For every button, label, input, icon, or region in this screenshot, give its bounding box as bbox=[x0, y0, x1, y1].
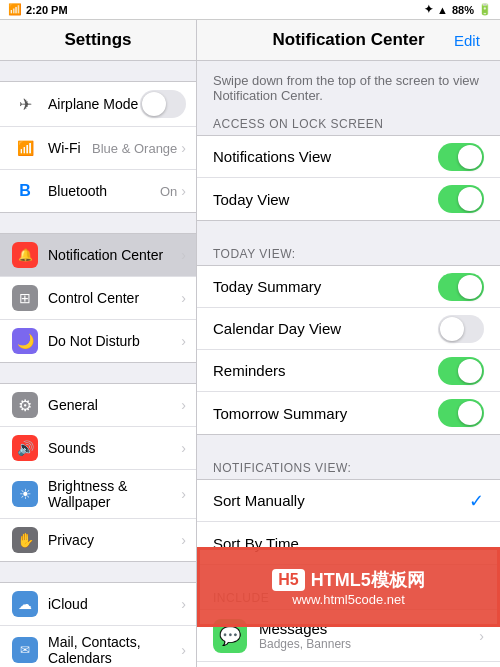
sidebar-item-icloud[interactable]: ☁ iCloud › bbox=[0, 583, 196, 626]
control-chevron: › bbox=[181, 290, 186, 306]
right-panel-title: Notification Center bbox=[243, 30, 454, 50]
section-label-today: TODAY VIEW: bbox=[197, 241, 500, 265]
sidebar-title: Settings bbox=[0, 20, 196, 61]
notifications-view-row: Notifications View bbox=[197, 136, 500, 178]
sidebar-label-bluetooth: Bluetooth bbox=[48, 183, 160, 199]
bluetooth-icon-sidebar: B bbox=[12, 178, 38, 204]
sidebar-item-notification[interactable]: 🔔 Notification Center › bbox=[0, 234, 196, 277]
sidebar-item-brightness[interactable]: ☀ Brightness & Wallpaper › bbox=[0, 470, 196, 519]
bluetooth-value: On bbox=[160, 184, 177, 199]
status-carrier: 📶 bbox=[8, 3, 22, 16]
today-view-toggle[interactable] bbox=[438, 185, 484, 213]
tomorrow-summary-row: Tomorrow Summary bbox=[197, 392, 500, 434]
watermark-line2: www.html5code.net bbox=[292, 592, 405, 607]
sidebar-label-notification: Notification Center bbox=[48, 247, 181, 263]
tomorrow-summary-label: Tomorrow Summary bbox=[213, 405, 438, 422]
today-summary-toggle[interactable] bbox=[438, 273, 484, 301]
battery-icon: 🔋 bbox=[478, 3, 492, 16]
notifications-view-toggle[interactable] bbox=[438, 143, 484, 171]
messages-row-chevron: › bbox=[479, 628, 484, 644]
right-header: Notification Center Edit bbox=[197, 20, 500, 61]
calendar-day-label: Calendar Day View bbox=[213, 320, 438, 337]
sidebar-item-wifi[interactable]: 📶 Wi-Fi Blue & Orange › bbox=[0, 127, 196, 170]
sidebar-label-privacy: Privacy bbox=[48, 532, 181, 548]
watermark-overlay: H5 HTML5模板网 www.html5code.net bbox=[197, 547, 500, 627]
sort-manually-check: ✓ bbox=[469, 490, 484, 512]
icloud-icon: ☁ bbox=[12, 591, 38, 617]
calendar-day-row: Calendar Day View bbox=[197, 308, 500, 350]
mail-icon: ✉ bbox=[12, 637, 38, 663]
tomorrow-summary-toggle[interactable] bbox=[438, 399, 484, 427]
notification-chevron: › bbox=[181, 247, 186, 263]
bluetooth-chevron: › bbox=[181, 183, 186, 199]
notification-icon: 🔔 bbox=[12, 242, 38, 268]
notifications-view-label: Notifications View bbox=[213, 148, 438, 165]
today-view-row: Today View bbox=[197, 178, 500, 220]
privacy-chevron: › bbox=[181, 532, 186, 548]
section-label-lockscreen: ACCESS ON LOCK SCREEN bbox=[197, 111, 500, 135]
sidebar-label-sounds: Sounds bbox=[48, 440, 181, 456]
today-summary-row: Today Summary bbox=[197, 266, 500, 308]
sidebar-label-mail: Mail, Contacts, Calendars bbox=[48, 634, 181, 666]
sidebar-item-privacy[interactable]: ✋ Privacy › bbox=[0, 519, 196, 561]
wifi-value: Blue & Orange bbox=[92, 141, 177, 156]
brightness-chevron: › bbox=[181, 486, 186, 502]
wifi-chevron: › bbox=[181, 140, 186, 156]
sidebar-section-3: ⚙ General › 🔊 Sounds › ☀ Brightness & Wa… bbox=[0, 383, 196, 562]
messages-app-sub: Badges, Banners bbox=[259, 637, 479, 651]
sidebar-label-airplane: Airplane Mode bbox=[48, 96, 140, 112]
sidebar-item-airplane[interactable]: ✈ Airplane Mode bbox=[0, 82, 196, 127]
today-view-group: Today Summary Calendar Day View Reminder… bbox=[197, 265, 500, 435]
status-time: 2:20 PM bbox=[26, 4, 68, 16]
control-icon: ⊞ bbox=[12, 285, 38, 311]
status-bar: 📶 2:20 PM ✦ ▲ 88% 🔋 bbox=[0, 0, 500, 20]
general-icon: ⚙ bbox=[12, 392, 38, 418]
bluetooth-icon: ✦ bbox=[424, 3, 433, 16]
edit-button[interactable]: Edit bbox=[454, 32, 484, 49]
sidebar-item-bluetooth[interactable]: B Bluetooth On › bbox=[0, 170, 196, 212]
sidebar-section-4: ☁ iCloud › ✉ Mail, Contacts, Calendars › bbox=[0, 582, 196, 667]
sidebar-item-dnd[interactable]: 🌙 Do Not Disturb › bbox=[0, 320, 196, 362]
sidebar-label-control: Control Center bbox=[48, 290, 181, 306]
icloud-chevron: › bbox=[181, 596, 186, 612]
app-row-reminders[interactable]: ☰ Reminders Badges, Alerts › bbox=[197, 662, 500, 667]
sidebar-item-control[interactable]: ⊞ Control Center › bbox=[0, 277, 196, 320]
reminders-row: Reminders bbox=[197, 350, 500, 392]
dnd-chevron: › bbox=[181, 333, 186, 349]
html5-badge: H5 bbox=[272, 569, 304, 591]
sidebar: Settings ✈ Airplane Mode 📶 Wi-Fi Blue & … bbox=[0, 20, 197, 667]
sidebar-section-2: 🔔 Notification Center › ⊞ Control Center… bbox=[0, 233, 196, 363]
sidebar-label-brightness: Brightness & Wallpaper bbox=[48, 478, 181, 510]
mail-chevron: › bbox=[181, 642, 186, 658]
right-description: Swipe down from the top of the screen to… bbox=[197, 61, 500, 111]
battery-status: 88% bbox=[452, 4, 474, 16]
sort-manually-label: Sort Manually bbox=[213, 492, 469, 509]
reminders-label: Reminders bbox=[213, 362, 438, 379]
today-summary-label: Today Summary bbox=[213, 278, 438, 295]
dnd-icon: 🌙 bbox=[12, 328, 38, 354]
sounds-icon: 🔊 bbox=[12, 435, 38, 461]
sidebar-label-icloud: iCloud bbox=[48, 596, 181, 612]
airplane-icon: ✈ bbox=[12, 91, 38, 117]
brightness-icon: ☀ bbox=[12, 481, 38, 507]
sidebar-label-wifi: Wi-Fi bbox=[48, 140, 92, 156]
sidebar-item-mail[interactable]: ✉ Mail, Contacts, Calendars › bbox=[0, 626, 196, 667]
privacy-icon: ✋ bbox=[12, 527, 38, 553]
sidebar-section-1: ✈ Airplane Mode 📶 Wi-Fi Blue & Orange › … bbox=[0, 81, 196, 213]
watermark-line1: H5 HTML5模板网 bbox=[272, 568, 424, 592]
sounds-chevron: › bbox=[181, 440, 186, 456]
general-chevron: › bbox=[181, 397, 186, 413]
section-label-notif-view: NOTIFICATIONS VIEW: bbox=[197, 455, 500, 479]
sidebar-label-dnd: Do Not Disturb bbox=[48, 333, 181, 349]
wifi-icon: ▲ bbox=[437, 4, 448, 16]
reminders-toggle[interactable] bbox=[438, 357, 484, 385]
wifi-icon: 📶 bbox=[12, 135, 38, 161]
calendar-day-toggle[interactable] bbox=[438, 315, 484, 343]
today-view-label: Today View bbox=[213, 191, 438, 208]
status-left: 📶 2:20 PM bbox=[8, 3, 68, 16]
airplane-toggle[interactable] bbox=[140, 90, 186, 118]
sidebar-item-sounds[interactable]: 🔊 Sounds › bbox=[0, 427, 196, 470]
sidebar-item-general[interactable]: ⚙ General › bbox=[0, 384, 196, 427]
status-right: ✦ ▲ 88% 🔋 bbox=[424, 3, 492, 16]
sort-manually-row[interactable]: Sort Manually ✓ bbox=[197, 480, 500, 522]
